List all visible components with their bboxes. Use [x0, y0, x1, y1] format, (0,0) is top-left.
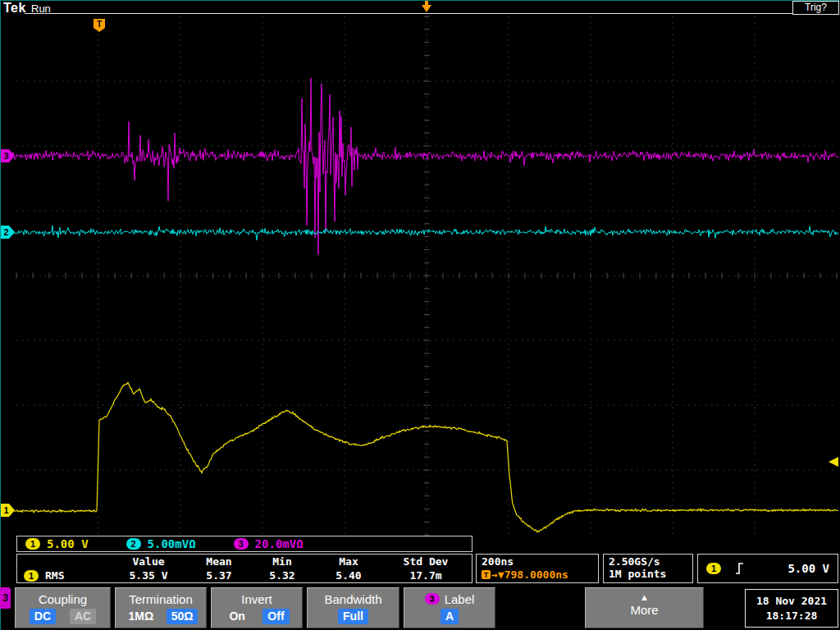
trigger-delay-icon: T [482, 570, 491, 579]
trigger-readout: 1 5.00 V [697, 554, 838, 583]
menu-title-coupling: Coupling [16, 591, 110, 606]
rms-min: 5.32 [250, 569, 314, 582]
chevron-up-icon: ▲ [586, 592, 703, 602]
option-dc[interactable]: DC [30, 609, 56, 624]
horizontal-readout: 200ns T →▼ 798.0000ns [476, 554, 599, 583]
col-min: Min [250, 555, 314, 568]
menu-button-termination[interactable]: Termination 1MΩ 50Ω [115, 587, 207, 628]
measurement-table: Value Mean Min Max Std Dev 1 RMS 5.35 V … [16, 554, 472, 583]
menu-button-bandwidth[interactable]: Bandwidth Full [307, 587, 399, 628]
date-text: 18 Nov 2021 [756, 595, 827, 607]
channel-position-marker-ch2[interactable]: 2 [1, 226, 15, 239]
col-stddev: Std Dev [383, 555, 468, 568]
measurement-row-rms: 1 RMS 5.35 V 5.37 5.32 5.40 17.7m [17, 568, 472, 582]
ch1-badge: 1 [25, 538, 40, 550]
col-value: Value [109, 555, 188, 568]
waveform-ch3 [10, 78, 838, 254]
rms-mean: 5.37 [188, 569, 250, 582]
horizontal-position-arrow[interactable] [422, 1, 431, 12]
ch2-scale: 5.00mVΩ [148, 537, 196, 550]
ch3-scale: 20.0mVΩ [255, 537, 304, 550]
delay-readout: T →▼ 798.0000ns [482, 568, 593, 581]
option-ac[interactable]: AC [70, 609, 96, 624]
rms-stddev: 17.7m [383, 569, 468, 582]
svg-text:3: 3 [3, 151, 8, 161]
ch3-scale-readout: 3 20.0mVΩ [234, 537, 304, 550]
menu-button-more[interactable]: ▲ More [585, 587, 704, 628]
menu-title-label: Label [445, 592, 475, 606]
menu-button-coupling[interactable]: Coupling DC AC [15, 587, 111, 628]
ch3-badge: 3 [234, 538, 249, 550]
trigger-point-marker[interactable]: T [94, 19, 105, 32]
record-length: 1M points [609, 568, 687, 580]
trigger-status: Trig? [792, 1, 839, 15]
delay-value: 798.0000ns [504, 568, 568, 581]
graticule-grid [16, 16, 837, 535]
datetime-display: 18 Nov 2021 18:17:28 [745, 589, 838, 628]
menu-channel-badge: 3 [0, 587, 11, 609]
ch1-scale-readout: 1 5.00 V [25, 537, 89, 550]
time-text: 18:17:28 [766, 609, 818, 622]
svg-text:1: 1 [3, 505, 8, 515]
delay-arrows-icon: →▼ [491, 568, 504, 581]
svg-text:T: T [97, 20, 102, 29]
ch2-badge: 2 [126, 538, 141, 550]
menu-button-invert[interactable]: Invert On Off [211, 587, 303, 628]
measurement-name: RMS [45, 569, 64, 582]
rms-max: 5.40 [314, 569, 383, 582]
ch2-scale-readout: 2 5.00mVΩ [126, 537, 196, 550]
menu-title-termination: Termination [116, 591, 206, 606]
option-50ohm[interactable]: 50Ω [167, 609, 199, 624]
menu-title-invert: Invert [212, 591, 302, 606]
trigger-level: 5.00 V [788, 562, 829, 575]
menu-title-bandwidth: Bandwidth [308, 591, 399, 606]
acquisition-readout: 2.50GS/s 1M points [603, 554, 693, 583]
measurement-ch-badge: 1 [24, 570, 39, 582]
trigger-level-arrow[interactable] [829, 457, 838, 467]
col-max: Max [314, 555, 383, 568]
menu-button-label[interactable]: 3 Label A [404, 587, 495, 628]
rms-value: 5.35 V [109, 569, 188, 582]
record-view-line [25, 13, 838, 14]
option-label-a[interactable]: A [441, 609, 459, 624]
trigger-slope-icon [734, 561, 745, 576]
screen-edge-top [0, 0, 840, 1]
label-channel-badge: 3 [425, 593, 440, 605]
ch1-scale: 5.00 V [47, 537, 89, 550]
option-bandwidth-full[interactable]: Full [338, 609, 368, 624]
menu-title-more: More [586, 603, 703, 617]
sample-rate: 2.50GS/s [609, 555, 687, 568]
waveform-ch2 [10, 226, 838, 240]
screen-edge-left [0, 0, 1, 630]
option-invert-off[interactable]: Off [262, 609, 289, 624]
channel-scales-bar: 1 5.00 V 2 5.00mVΩ 3 20.0mVΩ [16, 536, 472, 552]
measurement-header-row: Value Mean Min Max Std Dev [17, 555, 472, 568]
col-mean: Mean [188, 555, 250, 568]
timebase: 200ns [482, 555, 593, 568]
option-invert-on[interactable]: On [224, 609, 249, 624]
channel-position-marker-ch3[interactable]: 3 [1, 149, 15, 162]
trigger-source-badge: 1 [706, 563, 721, 574]
tek-logo: Tek [3, 1, 26, 16]
channel-position-marker-ch1[interactable]: 1 [1, 504, 15, 517]
option-1mohm[interactable]: 1MΩ [124, 609, 159, 624]
svg-text:2: 2 [3, 227, 8, 237]
